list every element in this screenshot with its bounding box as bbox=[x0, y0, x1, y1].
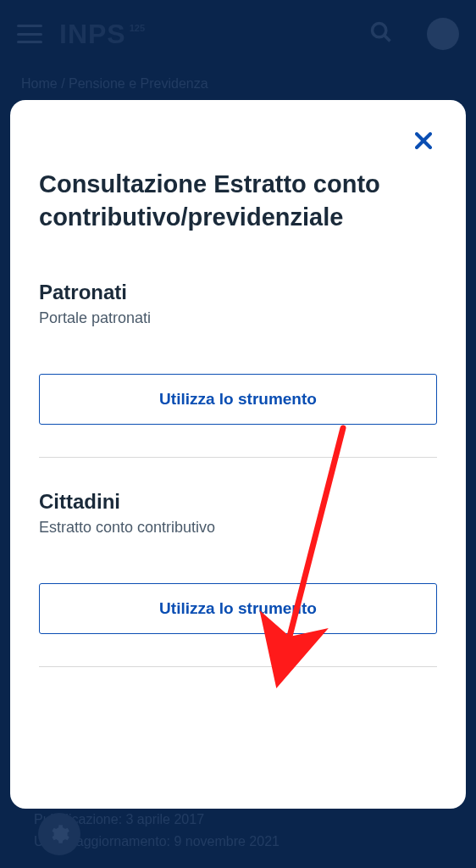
modal-dialog: Consultazione Estratto conto contributiv… bbox=[10, 100, 466, 809]
section-subtitle: Portale patronati bbox=[39, 309, 437, 327]
modal-title: Consultazione Estratto conto contributiv… bbox=[39, 168, 437, 234]
section-subtitle: Estratto conto contributivo bbox=[39, 519, 437, 537]
section-cittadini: Cittadini Estratto conto contributivo Ut… bbox=[39, 490, 437, 667]
divider bbox=[39, 457, 437, 458]
close-icon bbox=[415, 132, 432, 149]
section-title: Patronati bbox=[39, 281, 437, 304]
use-tool-button-cittadini[interactable]: Utilizza lo strumento bbox=[39, 583, 437, 634]
section-title: Cittadini bbox=[39, 490, 437, 514]
close-button[interactable] bbox=[415, 130, 432, 153]
divider bbox=[39, 666, 437, 667]
use-tool-button-patronati[interactable]: Utilizza lo strumento bbox=[39, 374, 437, 425]
section-patronati: Patronati Portale patronati Utilizza lo … bbox=[39, 281, 437, 458]
